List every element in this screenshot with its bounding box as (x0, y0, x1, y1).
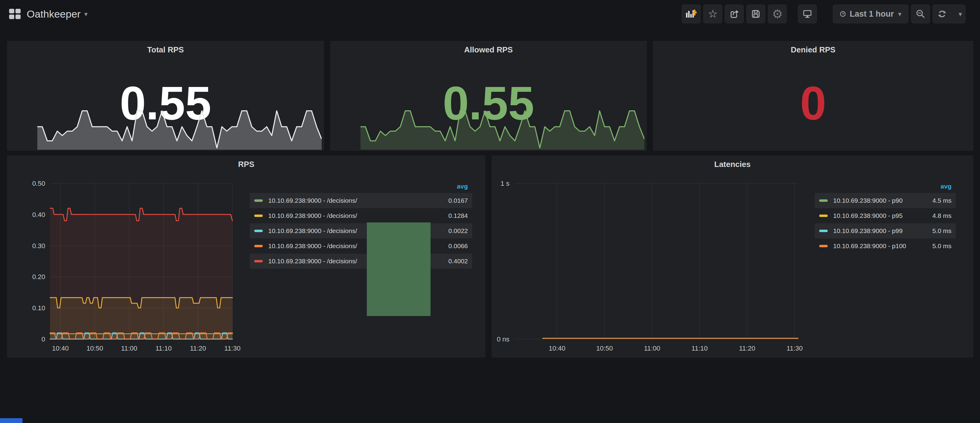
star-icon: ☆ (708, 8, 718, 19)
series-label[interactable]: 10.10.69.238:9000 - p90 (833, 197, 906, 204)
series-avg-value: 4.8 ms (906, 212, 951, 219)
time-range-label: Last 1 hour (850, 10, 894, 19)
legend-row[interactable]: 10.10.69.238:9000 - p904.5 ms (815, 193, 956, 208)
series-avg-value: 4.5 ms (906, 197, 951, 204)
series-avg-value: 5.0 ms (906, 242, 951, 250)
svg-text:0.10: 0.10 (32, 304, 45, 312)
panel-latencies-graph: Latencies 1 s0 ns10:4010:5011:0011:1011:… (492, 155, 973, 358)
series-color-swatch[interactable] (819, 230, 828, 232)
series-color-swatch[interactable] (819, 214, 828, 217)
latencies-legend: avg10.10.69.238:9000 - p904.5 ms10.10.69… (815, 180, 956, 253)
legend-header-avg[interactable]: avg (815, 180, 956, 193)
time-range-caret-icon: ▾ (898, 10, 901, 18)
save-icon (751, 9, 760, 19)
zoom-out-icon (915, 9, 926, 19)
legend-row[interactable]: 10.10.69.238:9000 - /decisions/0.0066 (250, 238, 472, 253)
allowed-rps-sparkline (360, 107, 644, 150)
legend-header-avg[interactable]: avg (250, 180, 472, 193)
series-color-swatch[interactable] (819, 245, 828, 247)
svg-text:0: 0 (41, 336, 45, 343)
svg-text:0.30: 0.30 (32, 242, 45, 250)
legend-row[interactable]: 10.10.69.238:9000 - /decisions/0.0022 (250, 223, 472, 238)
rps-legend: avg10.10.69.238:9000 - /decisions/0.0167… (250, 180, 472, 269)
svg-text:11:30: 11:30 (786, 345, 802, 352)
zoom-out-button[interactable] (911, 5, 930, 23)
top-navbar: Oathkeeper ▾ ☆ (0, 0, 980, 28)
svg-text:11:00: 11:00 (121, 345, 137, 352)
time-range-picker[interactable]: Last 1 hour ▾ (833, 5, 908, 23)
svg-text:10:50: 10:50 (596, 345, 613, 352)
series-label[interactable]: 10.10.69.238:9000 - /decisions/ (268, 197, 422, 204)
series-avg-value: 0.1284 (422, 212, 468, 219)
censored-region (367, 222, 431, 316)
series-color-swatch[interactable] (254, 260, 263, 262)
stat-value: 0 (653, 80, 973, 127)
svg-text:11:10: 11:10 (692, 345, 708, 352)
series-color-swatch[interactable] (254, 200, 263, 202)
clock-icon (840, 11, 846, 17)
share-icon (729, 9, 740, 19)
series-color-swatch[interactable] (254, 245, 263, 247)
svg-text:11:30: 11:30 (224, 345, 240, 352)
total-rps-sparkline (37, 107, 321, 150)
legend-row[interactable]: 10.10.69.238:9000 - p954.8 ms (815, 208, 956, 223)
svg-text:0.40: 0.40 (32, 211, 45, 219)
svg-text:11:20: 11:20 (190, 345, 206, 352)
series-label[interactable]: 10.10.69.238:9000 - p95 (833, 212, 906, 219)
bottom-left-blue-bar (0, 418, 22, 423)
panel-total-rps: Total RPS 0.55 (7, 41, 324, 151)
add-panel-button[interactable] (682, 5, 700, 23)
refresh-button[interactable] (933, 5, 951, 23)
series-color-swatch[interactable] (254, 214, 263, 217)
series-avg-value: 0.0167 (422, 197, 468, 204)
panel-title[interactable]: Denied RPS (653, 45, 973, 55)
svg-text:10:40: 10:40 (549, 345, 565, 352)
star-button[interactable]: ☆ (703, 5, 722, 23)
dashboards-grid-icon[interactable] (9, 9, 21, 19)
svg-text:1 s: 1 s (501, 180, 509, 187)
series-label[interactable]: 10.10.69.238:9000 - p99 (833, 227, 906, 234)
monitor-icon (802, 9, 812, 19)
save-button[interactable] (746, 5, 765, 23)
refresh-caret-icon: ▾ (958, 10, 962, 18)
svg-text:0.20: 0.20 (32, 273, 45, 280)
share-button[interactable] (725, 5, 744, 23)
legend-row[interactable]: 10.10.69.238:9000 - /decisions/0.4002 (250, 253, 472, 269)
panel-title[interactable]: Allowed RPS (330, 45, 647, 55)
legend-row[interactable]: 10.10.69.238:9000 - /decisions/0.0167 (250, 193, 472, 208)
series-label[interactable]: 10.10.69.238:9000 - p100 (833, 242, 906, 250)
settings-button[interactable]: ⚙ (768, 5, 787, 23)
svg-text:11:00: 11:00 (644, 345, 660, 352)
refresh-icon (937, 9, 947, 19)
series-avg-value: 5.0 ms (906, 227, 951, 234)
gear-icon: ⚙ (772, 8, 783, 20)
legend-row[interactable]: 10.10.69.238:9000 - p995.0 ms (815, 223, 956, 238)
svg-text:0 ns: 0 ns (497, 336, 509, 343)
legend-row[interactable]: 10.10.69.238:9000 - p1005.0 ms (815, 238, 956, 253)
series-label[interactable]: 10.10.69.238:9000 - /decisions/ (268, 212, 422, 219)
panel-allowed-rps: Allowed RPS 0.55 (330, 41, 647, 151)
add-panel-icon (686, 9, 697, 19)
svg-text:11:10: 11:10 (155, 345, 172, 352)
panel-title[interactable]: Total RPS (7, 45, 324, 55)
svg-text:11:20: 11:20 (739, 345, 755, 352)
panel-rps-graph: RPS 0.500.400.300.200.10010:4010:5011:00… (7, 155, 485, 358)
series-color-swatch[interactable] (254, 230, 263, 232)
dashboard-title-caret-icon[interactable]: ▾ (84, 10, 88, 18)
cycle-view-button[interactable] (798, 5, 817, 23)
series-color-swatch[interactable] (819, 200, 828, 202)
dashboard-title[interactable]: Oathkeeper (27, 8, 81, 20)
refresh-interval-button[interactable]: ▾ (951, 5, 966, 23)
legend-row[interactable]: 10.10.69.238:9000 - /decisions/0.1284 (250, 208, 472, 223)
svg-text:10:40: 10:40 (52, 345, 68, 352)
panel-denied-rps: Denied RPS 0 (653, 41, 973, 151)
svg-text:10:50: 10:50 (86, 345, 103, 352)
svg-text:0.50: 0.50 (32, 180, 45, 187)
